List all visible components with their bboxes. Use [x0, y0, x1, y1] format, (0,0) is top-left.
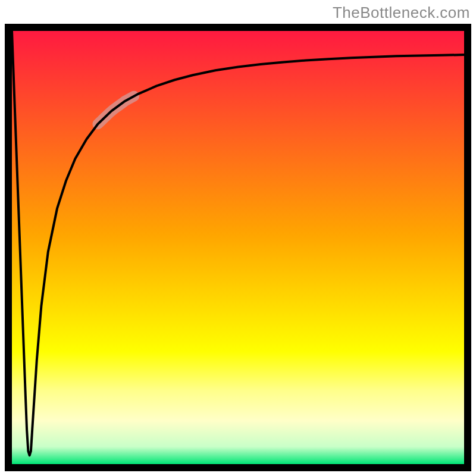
- plot-svg: [12, 31, 464, 464]
- plot-background: [12, 31, 464, 464]
- watermark-text: TheBottleneck.com: [333, 4, 470, 22]
- plot-frame: [5, 24, 471, 471]
- chart-container: TheBottleneck.com: [0, 0, 476, 476]
